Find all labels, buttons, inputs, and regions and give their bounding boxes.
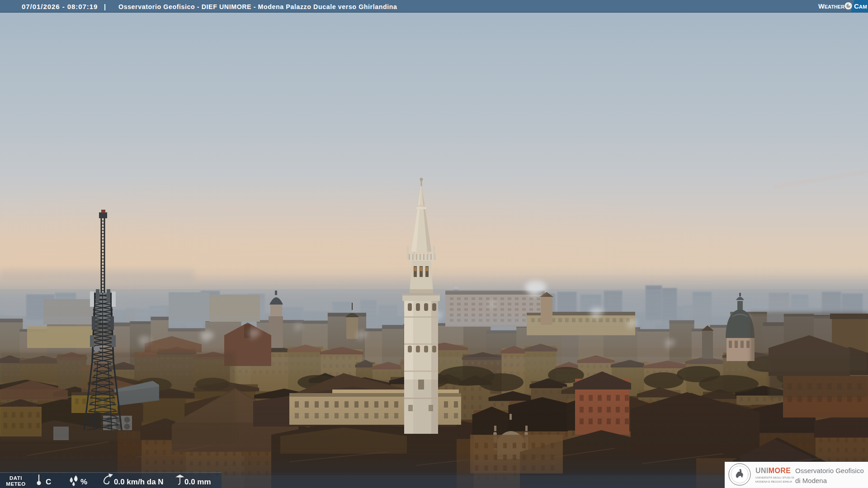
svg-text:0.0 km/h da N: 0.0 km/h da N bbox=[114, 478, 164, 486]
svg-text:UNIMORE: UNIMORE bbox=[755, 467, 791, 474]
svg-text:UNIVERSITÀ DEGLI STUDI DI: UNIVERSITÀ DEGLI STUDI DI bbox=[755, 476, 794, 479]
svg-text:WEATHER: WEATHER bbox=[818, 3, 844, 10]
svg-text:C: C bbox=[46, 478, 51, 486]
svg-text:0.0 mm: 0.0 mm bbox=[184, 478, 211, 486]
svg-text:%: % bbox=[80, 478, 87, 486]
svg-text:di Modena: di Modena bbox=[795, 477, 827, 484]
svg-text:Osservatorio Geofisico - DIEF: Osservatorio Geofisico - DIEF UNIMORE - … bbox=[118, 3, 397, 10]
svg-text:MODENA E REGGIO EMILIA: MODENA E REGGIO EMILIA bbox=[755, 480, 793, 483]
svg-text:|: | bbox=[104, 3, 106, 10]
svg-text:07/01/2026 - 08:07:19: 07/01/2026 - 08:07:19 bbox=[22, 3, 98, 10]
svg-text:DATI: DATI bbox=[9, 475, 22, 481]
svg-text:METEO: METEO bbox=[6, 481, 25, 487]
svg-text:Osservatorio Geofisico: Osservatorio Geofisico bbox=[795, 467, 864, 474]
